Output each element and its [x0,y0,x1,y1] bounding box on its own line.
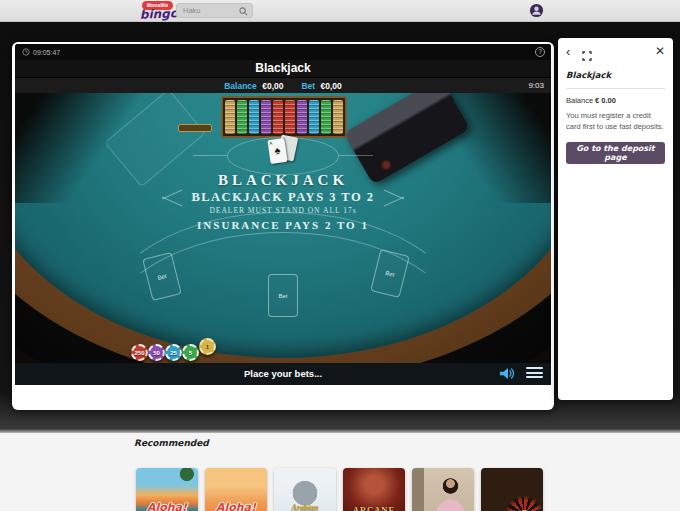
game-window: 09:05:47 ? Blackjack Balance €0,00 Bet €… [12,42,554,410]
game-tile-aloha-cluster-pays[interactable]: Aloha! CLUSTER PAYS [136,468,198,511]
chip-250[interactable]: 250 [131,344,148,361]
rack-chip-stack [249,100,259,134]
game-tile-arabian-nights[interactable]: Arabian Nights [274,468,336,511]
chevron-left-icon[interactable]: ‹ [566,46,570,57]
logo-card-front: A ♠ [267,138,287,164]
bet-value: €0,00 [321,81,342,91]
sidebar-balance-value: € 0.00 [595,96,616,105]
chip-1-selected[interactable]: 1 [199,338,216,355]
rack-chip-stack [261,100,271,134]
page: MamaMia bingo [0,0,680,511]
blackjack-table: A A ♠ BLACKJACK BLACKJACK PAYS 3 TO 2 DE… [15,93,551,363]
game-tile-title: Aloha! [205,501,267,511]
rack-chip-stack [297,100,307,134]
game-tile-title: Aloha! [136,501,198,511]
rack-chip-stack [225,100,235,134]
rack-chip-stack [321,100,331,134]
sidebar-icon-row: ‹ ✕ [566,46,665,62]
game-tile-arcane-reel-chaos[interactable]: ARCANE REEL CHAOS [343,468,405,511]
bet-stat: Bet €0,00 [301,81,341,91]
logo-flourish-line [193,155,227,156]
game-footer-bar: Place your bets... [15,363,551,385]
rack-chip-stack [333,100,343,134]
cash-slot [178,124,212,132]
help-button[interactable]: ? [535,47,545,57]
game-tile-title: Arabian [274,503,336,511]
session-timer: 9:03 [528,81,544,90]
game-tile-roulette[interactable] [481,468,543,511]
game-tile-aloha-christmas[interactable]: Aloha! CHRISTMAS [205,468,267,511]
logo-text: bingo [139,6,179,21]
deposit-sidebar: ‹ ✕ Blackjack Balance€ 0.00 You must reg… [558,38,673,400]
user-icon [529,3,544,18]
search-icon[interactable] [239,7,248,16]
go-to-deposit-button[interactable]: Go to the deposit page [566,142,665,164]
clock: 09:05:47 [22,48,60,56]
card-rank: A [269,140,273,145]
clock-time: 09:05:47 [33,49,60,56]
balance-value: €0,00 [262,81,283,91]
chip-5[interactable]: 5 [182,344,199,361]
sidebar-balance: Balance€ 0.00 [566,96,665,105]
chip-50[interactable]: 50 [148,344,165,361]
search-box [176,3,253,18]
status-message: Place your bets... [15,368,551,379]
logo-flourish-line [339,155,373,156]
deposit-notice: You must register a credit card first to… [566,111,665,132]
game-info-bar: 09:05:47 ? [15,44,551,60]
game-stats-bar: Balance €0,00 Bet €0,00 9:03 [15,77,551,93]
rack-chip-stack [309,100,319,134]
game-tile-live-casino[interactable] [412,468,474,511]
recommended-title: Recommended [134,438,209,448]
account-button[interactable] [529,3,544,18]
menu-button[interactable] [526,367,543,381]
game-container: 09:05:47 ? Blackjack Balance €0,00 Bet €… [15,44,551,385]
balance-label: Balance [224,81,257,91]
divider [566,88,665,89]
hamburger-icon [526,376,543,378]
sidebar-game-title: Blackjack [566,70,665,80]
chip-rack [221,96,347,138]
balance-stat: Balance €0,00 [224,81,283,91]
site-logo[interactable]: MamaMia bingo [139,0,179,22]
chip-25[interactable]: 25 [165,344,182,361]
speaker-icon [499,366,517,381]
sound-button[interactable] [499,366,517,385]
recommended-games: Aloha! CLUSTER PAYS Aloha! CHRISTMAS Ara… [136,468,543,511]
search-input[interactable] [177,4,237,17]
table-brand-text: BLACKJACK [15,172,551,189]
clock-icon [22,48,30,56]
bet-label: Bet [301,81,315,91]
game-title: Blackjack [15,60,551,77]
hamburger-icon [526,367,543,369]
game-tile-title: ARCANE [343,505,405,511]
table-rule-1: BLACKJACK PAYS 3 TO 2 [15,190,551,205]
bet-spot-center[interactable]: Bet [268,274,298,317]
close-icon[interactable]: ✕ [655,46,665,57]
rack-chip-stack [237,100,247,134]
top-bar: MamaMia bingo [0,0,680,22]
sidebar-balance-label: Balance [566,96,593,105]
rack-chip-stack [285,100,295,134]
expand-icon[interactable] [582,47,592,65]
hamburger-icon [526,372,543,374]
rack-chip-stack [273,100,283,134]
